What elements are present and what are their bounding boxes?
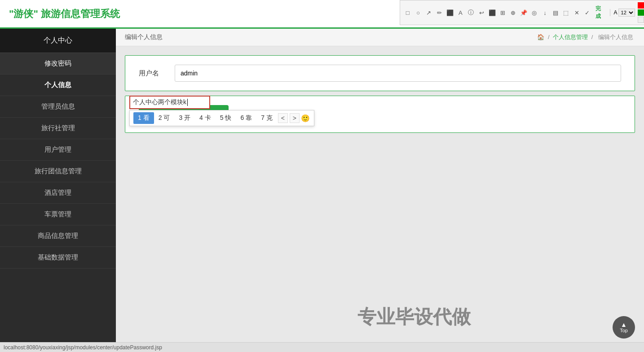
download-icon[interactable]: ↓ [541,9,549,17]
ime-candidate-3[interactable]: 3 开 [174,112,195,124]
back-to-top-arrow-icon: ▲ [621,321,627,328]
pin-icon[interactable]: 📌 [520,9,528,17]
status-bar: localhost:8080/youxiaxing/jsp/modules/ce… [0,342,644,352]
ime-input-box[interactable]: 个人中心两个模块k [129,96,210,109]
sidebar: 个人中心 修改密码 个人信息 管理员信息 旅行社管理 用户管理 旅行团信息管理 … [0,29,116,352]
circle-tool-icon[interactable]: ○ [415,9,423,17]
sidebar-section-header: 个人中心 [0,29,116,53]
font-label: A [614,9,618,16]
ime-candidate-4[interactable]: 4 卡 [195,112,216,124]
sidebar-item-basic-data[interactable]: 基础数据管理 [0,247,116,268]
app-title: "游侠" 旅游信息管理系统 [9,7,120,21]
sidebar-item-ticket-management[interactable]: 车票管理 [0,204,116,225]
breadcrumb-bar: 编辑个人信息 🏠 / 个人信息管理 / 编辑个人信息 [116,29,644,46]
ime-candidate-7[interactable]: 7 克 [256,112,277,124]
sidebar-item-user-management[interactable]: 用户管理 [0,139,116,161]
ime-candidate-5[interactable]: 5 快 [216,112,236,124]
color-lighter-gray[interactable] [638,17,644,23]
color-green[interactable] [638,9,644,16]
breadcrumb-current: 编辑个人信息 [598,34,633,40]
info-tool-icon[interactable]: ⓘ [467,9,475,17]
sidebar-item-tour-group-info[interactable]: 旅行团信息管理 [0,161,116,182]
color-palette[interactable] [638,2,644,23]
main-content: 编辑个人信息 🏠 / 个人信息管理 / 编辑个人信息 用户名 提交 [116,29,644,352]
status-url: localhost:8080/youxiaxing/jsp/modules/ce… [4,344,162,351]
ime-input-text: 个人中心两个模块k [133,98,186,106]
back-to-top-button[interactable]: ▲ Top [613,316,635,339]
crop-icon[interactable]: ⊞ [499,9,507,17]
ime-candidate-2[interactable]: 2 可 [154,112,175,124]
sidebar-item-change-password[interactable]: 修改密码 [0,53,116,75]
bookmark-icon[interactable]: ⬚ [562,9,570,17]
page-title: 编辑个人信息 [125,33,163,41]
ime-emoji-btn[interactable]: 🙂 [300,113,310,123]
pen-tool-icon[interactable]: ✏ [436,9,444,17]
color-red[interactable] [638,2,644,9]
text-tool-icon[interactable]: A [457,9,465,17]
sidebar-item-admin-info[interactable]: 管理员信息 [0,96,116,118]
undo-icon[interactable]: ↩ [478,9,486,17]
crosshair-icon[interactable]: ⊕ [509,9,517,17]
breadcrumb-sep-1: / [548,34,551,40]
arrow-tool-icon[interactable]: ↗ [425,9,433,17]
username-input[interactable] [175,65,621,82]
ime-prev-btn[interactable]: < [278,113,288,123]
font-size-control[interactable]: A 12 14 16 [614,9,635,17]
ime-candidate-6[interactable]: 6 靠 [236,112,256,124]
breadcrumb-personal-info-mgmt-link[interactable]: 个人信息管理 [553,34,588,40]
username-label: 用户名 [139,69,175,78]
sidebar-item-personal-info[interactable]: 个人信息 [0,75,116,96]
ime-candidate-bar[interactable]: 1 看 2 可 3 开 4 卡 5 快 6 靠 7 克 < > 🙂 [129,110,314,126]
font-size-select[interactable]: 12 14 16 [618,9,635,17]
done-button[interactable]: 完成 [595,5,606,20]
ime-cursor [187,99,188,106]
sidebar-item-travel-agency[interactable]: 旅行社管理 [0,118,116,139]
username-form-card: 用户名 [125,55,635,91]
breadcrumb-home-link[interactable]: 🏠 [537,34,544,40]
ime-candidate-1[interactable]: 1 看 [133,112,154,124]
close-icon[interactable]: ✕ [573,9,581,17]
toolbar-separator [610,9,610,16]
breadcrumb-sep-2: / [591,34,595,40]
ime-box-container: 个人中心两个模块k 1 看 2 可 3 开 4 卡 5 快 6 靠 7 克 < … [129,96,314,126]
target-icon[interactable]: ◎ [530,9,538,17]
sidebar-item-hotel-management[interactable]: 酒店管理 [0,182,116,204]
annotation-toolbar[interactable]: □ ○ ↗ ✏ ⬛ A ⓘ ↩ ⬛ ⊞ ⊕ 📌 ◎ ↓ ▤ ⬚ ✕ ✓ 完成 A… [400,0,644,25]
breadcrumb: 🏠 / 个人信息管理 / 编辑个人信息 [537,33,635,41]
watermark: 专业毕设代做 [357,304,471,330]
panel-icon[interactable]: ▤ [551,9,560,17]
sidebar-item-product-info[interactable]: 商品信息管理 [0,225,116,247]
layout: 个人中心 修改密码 个人信息 管理员信息 旅行社管理 用户管理 旅行团信息管理 … [0,29,644,352]
form-area: 用户名 提交 个人中心两个模块k 1 看 2 可 3 开 4 卡 5 快 6 靠 [116,46,644,352]
check-icon[interactable]: ✓ [583,9,591,17]
ime-next-btn[interactable]: > [290,113,300,123]
back-to-top-label: Top [620,328,628,333]
rect-tool-icon[interactable]: □ [404,9,412,17]
screenshot-icon[interactable]: ⬛ [488,9,496,17]
image-tool-icon[interactable]: ⬛ [446,9,454,17]
